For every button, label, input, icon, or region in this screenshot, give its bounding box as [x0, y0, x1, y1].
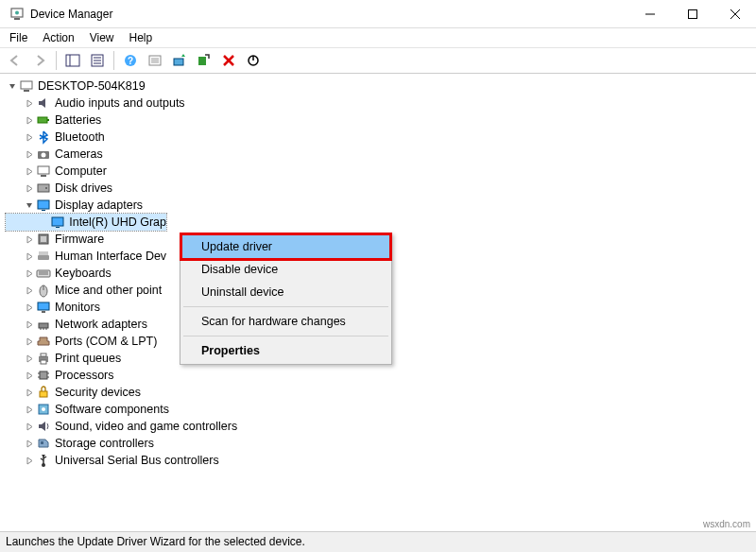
menu-file[interactable]: File	[2, 29, 35, 46]
statusbar: Launches the Update Driver Wizard for th…	[0, 531, 756, 552]
show-hide-console-tree-button[interactable]	[61, 49, 84, 72]
bluetooth-icon	[36, 129, 51, 145]
audio-icon	[36, 95, 51, 111]
expand-icon[interactable]	[23, 252, 36, 261]
context-menu-separator	[183, 306, 388, 307]
tree-label: Storage controllers	[55, 435, 154, 452]
tree-category[interactable]: Security devices	[6, 384, 756, 401]
context-menu-disable-device[interactable]: Disable device	[182, 258, 389, 281]
monitor-icon	[36, 300, 51, 315]
svg-point-61	[42, 407, 45, 411]
svg-point-31	[45, 187, 47, 189]
computer-icon	[36, 164, 51, 179]
tree-category[interactable]: Computer	[6, 163, 756, 180]
printer-icon	[36, 351, 51, 366]
storage-icon	[36, 436, 51, 451]
firmware-icon	[36, 232, 51, 247]
expand-icon[interactable]	[23, 116, 36, 125]
maximize-button[interactable]	[671, 0, 713, 28]
expand-icon[interactable]	[23, 337, 36, 346]
tree-category[interactable]: Software components	[6, 401, 756, 418]
tree-category[interactable]: Cameras	[6, 146, 756, 163]
expand-icon[interactable]	[23, 354, 36, 363]
svg-rect-62	[41, 441, 43, 444]
tree-device-label: Intel(R) UHD Grap	[69, 214, 166, 231]
tree-label: Ports (COM & LPT)	[55, 333, 157, 350]
keyboard-icon	[36, 266, 51, 281]
expand-icon[interactable]	[23, 184, 36, 193]
properties-button[interactable]	[86, 49, 109, 72]
tree-category[interactable]: Sound, video and game controllers	[6, 418, 756, 435]
tree-category[interactable]: Disk drives	[6, 180, 756, 197]
context-menu-scan-hardware[interactable]: Scan for hardware changes	[182, 310, 389, 333]
tree-label: Monitors	[55, 299, 100, 316]
collapse-icon[interactable]	[23, 201, 36, 210]
context-menu-uninstall-device[interactable]: Uninstall device	[182, 281, 389, 303]
expand-icon[interactable]	[23, 405, 36, 414]
toolbar: ?	[0, 47, 756, 74]
expand-icon[interactable]	[23, 371, 36, 380]
device-manager-icon	[9, 7, 25, 22]
scan-hardware-button[interactable]	[193, 49, 215, 72]
context-menu-properties[interactable]: Properties	[182, 339, 389, 362]
tree-category[interactable]: Processors	[6, 367, 756, 384]
expand-icon[interactable]	[23, 320, 36, 329]
tree-label: Batteries	[55, 112, 101, 129]
svg-rect-32	[38, 200, 49, 209]
menu-view[interactable]: View	[82, 29, 122, 46]
collapse-icon[interactable]	[6, 82, 19, 91]
svg-rect-7	[66, 55, 79, 66]
expand-icon[interactable]	[23, 388, 36, 397]
expand-icon[interactable]	[23, 133, 36, 142]
tree-category[interactable]: Batteries	[6, 112, 756, 129]
svg-point-27	[42, 153, 46, 158]
tree-category-display-adapters[interactable]: Display adapters	[6, 197, 756, 214]
tree-label: Disk drives	[55, 180, 112, 197]
tree-label: Computer	[55, 163, 107, 180]
svg-rect-46	[42, 311, 45, 313]
svg-rect-29	[41, 175, 46, 177]
uninstall-button[interactable]	[217, 49, 240, 72]
expand-icon[interactable]	[23, 457, 36, 465]
expand-icon[interactable]	[23, 269, 36, 278]
expand-icon[interactable]	[23, 99, 36, 108]
expand-icon[interactable]	[23, 440, 36, 448]
tree-category[interactable]: Audio inputs and outputs	[6, 95, 756, 112]
minimize-button[interactable]	[628, 0, 671, 28]
expand-icon[interactable]	[23, 423, 36, 431]
context-menu-update-driver[interactable]: Update driver	[180, 233, 392, 261]
close-button[interactable]	[713, 0, 756, 28]
svg-rect-59	[40, 391, 47, 397]
svg-rect-54	[40, 371, 47, 379]
disable-button[interactable]	[242, 49, 265, 72]
tree-label: Display adapters	[55, 197, 143, 214]
expand-icon[interactable]	[23, 235, 36, 244]
help-button[interactable]: ?	[119, 49, 142, 72]
menu-action[interactable]: Action	[35, 29, 81, 46]
tree-device-selected[interactable]: Intel(R) UHD Grap	[6, 214, 166, 231]
tree-label: Human Interface Dev	[55, 248, 166, 265]
disk-icon	[36, 181, 51, 196]
svg-rect-53	[41, 360, 46, 364]
menu-help[interactable]: Help	[122, 29, 161, 46]
expand-icon[interactable]	[23, 303, 36, 312]
back-button	[4, 49, 26, 72]
svg-rect-52	[41, 354, 46, 356]
context-menu-separator	[183, 336, 388, 336]
expand-icon[interactable]	[23, 150, 36, 159]
port-icon	[36, 334, 51, 349]
show-hidden-button[interactable]	[144, 49, 166, 72]
svg-rect-33	[42, 210, 45, 211]
display-adapter-icon	[50, 215, 65, 230]
menubar: File Action View Help	[0, 28, 756, 47]
tree-root[interactable]: DESKTOP-504K819	[6, 78, 756, 95]
update-driver-button[interactable]	[168, 49, 191, 72]
tree-category[interactable]: Universal Serial Bus controllers	[6, 452, 756, 469]
expand-icon[interactable]	[23, 167, 36, 176]
statusbar-text: Launches the Update Driver Wizard for th…	[6, 535, 305, 548]
tree-category[interactable]: Bluetooth	[6, 129, 756, 146]
expand-icon[interactable]	[23, 286, 36, 295]
tree-category[interactable]: Storage controllers	[6, 435, 756, 452]
svg-rect-35	[56, 227, 60, 228]
window-controls	[628, 0, 756, 28]
